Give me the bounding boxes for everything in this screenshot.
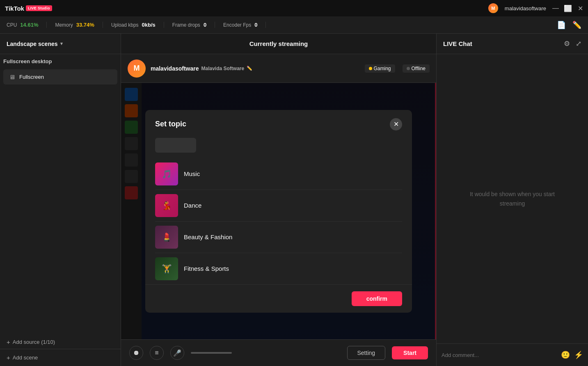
titlebar-right: M malavidasoftware — ⬜ ✕	[488, 3, 583, 13]
stream-controls: ⏺ ≡ 🎤 Setting Start	[121, 339, 436, 366]
filter-icon[interactable]: ⚡	[574, 350, 583, 359]
offline-label: Offline	[412, 66, 426, 71]
minimize-button[interactable]: —	[553, 5, 558, 11]
stream-preview: Set topic ✕ 🎵Music💃Dance💄Beauty & Fashio…	[121, 83, 436, 339]
toolbar-icons: 📄 ✏️	[557, 21, 581, 30]
titlebar: TikTok LIVE Studio M malavidasoftware — …	[0, 0, 588, 16]
monitor-icon: 🖥	[9, 73, 15, 80]
mic-button[interactable]: 🎤	[170, 346, 184, 360]
scenes-header[interactable]: Landscape scenes ▾	[0, 34, 121, 54]
scene-list: 🖥 Fullscreen	[0, 66, 121, 335]
framedrops-value: 0	[204, 22, 206, 28]
scene-item-fullscreen[interactable]: 🖥 Fullscreen	[3, 69, 117, 85]
add-source-label: Add source (1/10)	[13, 339, 55, 345]
topic-name-fitness: Fitness & Sports	[184, 265, 229, 272]
gear-icon[interactable]: ⚙	[564, 39, 570, 48]
framedrops-stat: Frame drops 0	[164, 22, 215, 28]
scene-name-header: Fullscreen desktop	[0, 54, 121, 66]
main-layout: Landscape scenes ▾ Fullscreen desktop 🖥 …	[0, 34, 588, 366]
gaming-label: Gaming	[374, 66, 391, 71]
topic-item-beauty[interactable]: 💄Beauty & Fashion	[155, 222, 402, 253]
modal-header: Set topic ✕	[145, 110, 412, 135]
cpu-value: 14.61%	[20, 22, 38, 28]
avatar: M	[488, 3, 498, 13]
encoder-value: 0	[254, 22, 257, 28]
modal-footer: confirm	[145, 284, 412, 313]
stream-header: Currently streaming	[121, 34, 436, 54]
profile-strip: M malavidasoftware Malavida Software ✏️ …	[121, 54, 436, 83]
gaming-dot	[369, 67, 372, 70]
titlebar-username: malavidasoftware	[505, 5, 546, 11]
offline-status-badge: Offline	[403, 64, 430, 73]
chat-placeholder-text2: streaming	[500, 200, 525, 207]
live-studio-badge: LIVE Studio	[26, 5, 52, 11]
plus-icon-scene: +	[7, 354, 10, 361]
modal-overlay: Set topic ✕ 🎵Music💃Dance💄Beauty & Fashio…	[121, 83, 436, 339]
topic-item-fitness[interactable]: 🏋️Fitness & Sports	[155, 253, 402, 284]
settings-icon[interactable]: ✏️	[572, 21, 581, 30]
comment-bar: 🙂 ⚡	[437, 343, 588, 366]
add-scene-button[interactable]: + Add scene	[0, 349, 121, 366]
document-icon[interactable]: 📄	[557, 21, 566, 30]
plus-icon: +	[7, 339, 10, 345]
topic-name-music: Music	[184, 170, 200, 177]
chat-header: LIVE Chat ⚙ ⤢	[437, 34, 588, 54]
memory-value: 33.74%	[76, 22, 94, 28]
add-scene-label: Add scene	[13, 355, 38, 361]
memory-label: Memory	[55, 22, 73, 28]
settings-ctrl-button[interactable]: ≡	[150, 346, 164, 360]
maximize-button[interactable]: ⬜	[565, 5, 571, 11]
chevron-down-icon: ▾	[60, 41, 63, 46]
titlebar-left: TikTok LIVE Studio	[5, 5, 52, 12]
stats-bar: CPU 14.61% Memory 33.74% Upload kbps 0kb…	[0, 16, 588, 34]
framedrops-label: Frame drops	[172, 22, 200, 28]
modal-close-button[interactable]: ✕	[390, 118, 402, 130]
chat-area: It would be shown when you start streami…	[437, 54, 588, 343]
topic-item-music[interactable]: 🎵Music	[155, 158, 402, 190]
upload-label: Upload kbps	[111, 22, 139, 28]
volume-slider[interactable]	[191, 352, 232, 354]
profile-username: malavidasoftware Malavida Software ✏️	[151, 65, 360, 72]
upload-value: 0kb/s	[142, 22, 156, 28]
setting-button[interactable]: Setting	[347, 346, 386, 360]
modal-search-bar[interactable]	[155, 138, 196, 153]
memory-stat: Memory 33.74%	[47, 22, 103, 28]
set-topic-modal: Set topic ✕ 🎵Music💃Dance💄Beauty & Fashio…	[145, 110, 412, 313]
modal-title: Set topic	[155, 120, 186, 128]
scene-item-label: Fullscreen	[19, 74, 44, 80]
upload-stat: Upload kbps 0kb/s	[103, 22, 164, 28]
record-button[interactable]: ⏺	[129, 346, 143, 360]
chat-header-icons: ⚙ ⤢	[564, 39, 581, 48]
offline-dot	[407, 67, 410, 70]
profile-avatar: M	[128, 59, 146, 78]
profile-display-name: Malavida Software	[201, 66, 245, 71]
chat-title: LIVE Chat	[443, 40, 472, 47]
comment-input[interactable]	[442, 352, 557, 358]
center-panel: Currently streaming M malavidasoftware M…	[121, 34, 436, 366]
right-panel: LIVE Chat ⚙ ⤢ It would be shown when you…	[436, 34, 588, 366]
edit-profile-icon[interactable]: ✏️	[247, 66, 252, 71]
chat-placeholder: It would be shown when you start streami…	[470, 190, 555, 208]
encoder-label: Encoder Fps	[223, 22, 251, 28]
tiktok-logo: TikTok LIVE Studio	[5, 5, 52, 12]
chat-placeholder-text: It would be shown when you start	[470, 191, 555, 197]
confirm-button[interactable]: confirm	[352, 291, 402, 306]
start-button[interactable]: Start	[392, 346, 428, 359]
close-button[interactable]: ✕	[577, 5, 583, 11]
emoji-icon[interactable]: 🙂	[561, 350, 570, 359]
stream-title: Currently streaming	[249, 40, 308, 47]
topic-item-dance[interactable]: 💃Dance	[155, 190, 402, 222]
cpu-stat: CPU 14.61%	[7, 22, 47, 28]
profile-info: malavidasoftware Malavida Software ✏️	[151, 65, 360, 72]
add-source-button[interactable]: + Add source (1/10)	[0, 335, 121, 349]
expand-icon[interactable]: ⤢	[576, 39, 581, 48]
encoder-stat: Encoder Fps 0	[215, 22, 266, 28]
sidebar: Landscape scenes ▾ Fullscreen desktop 🖥 …	[0, 34, 121, 366]
gaming-status-badge: Gaming	[365, 64, 395, 73]
topic-list: 🎵Music💃Dance💄Beauty & Fashion🏋️Fitness &…	[145, 158, 412, 284]
topic-name-dance: Dance	[184, 202, 201, 209]
scenes-title: Landscape scenes	[7, 41, 58, 47]
cpu-label: CPU	[7, 22, 17, 28]
topic-name-beauty: Beauty & Fashion	[184, 233, 232, 240]
tiktok-text: TikTok	[5, 5, 24, 12]
